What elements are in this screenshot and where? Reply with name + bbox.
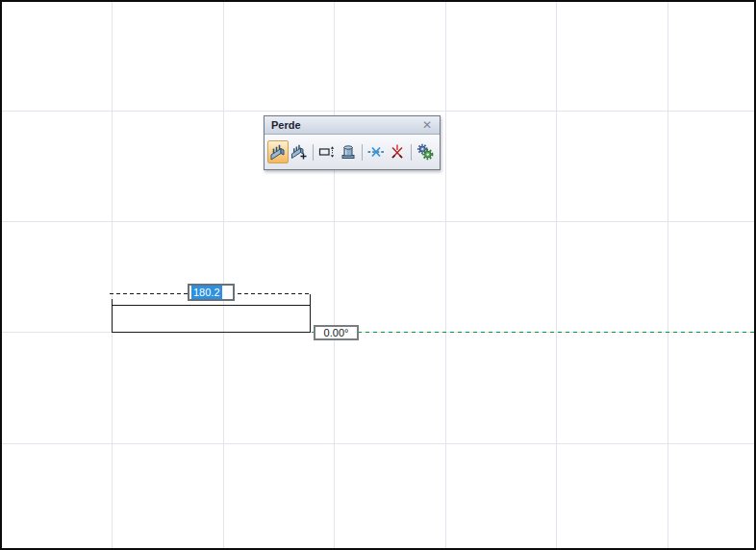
- toolbar-separator: [411, 144, 412, 161]
- perde-toolbar: Perde ✕: [264, 115, 441, 170]
- break-intersection-icon: [389, 143, 406, 161]
- toolbar-separator: [313, 144, 314, 161]
- drawing-canvas[interactable]: [0, 0, 756, 550]
- toolbar-body: [265, 135, 440, 169]
- curtain-wall-icon: [269, 143, 287, 161]
- gears-icon: [416, 143, 434, 161]
- post-icon: [340, 143, 357, 161]
- angle-value: 0.00°: [324, 328, 349, 338]
- length-input[interactable]: 180.2: [188, 284, 235, 301]
- drawing-window: 180.2 0.00° Perde ✕: [0, 0, 756, 550]
- post-tool-button[interactable]: [338, 140, 359, 163]
- toolbar-title: Perde: [271, 120, 420, 131]
- angle-input[interactable]: 0.00°: [314, 325, 359, 340]
- curtain-wall-tool-button[interactable]: [267, 140, 289, 163]
- grid-lines: [2, 2, 754, 548]
- wall-outline: [113, 306, 311, 333]
- curtain-wall-add-icon: [290, 143, 308, 161]
- profile-height-tool-button[interactable]: [316, 140, 338, 163]
- length-selected-text: 180.2: [191, 286, 222, 299]
- toolbar-separator: [362, 144, 363, 161]
- intersection-tool-button[interactable]: [365, 140, 387, 163]
- curtain-wall-add-tool-button[interactable]: [289, 140, 310, 163]
- settings-tool-button[interactable]: [415, 140, 436, 163]
- close-icon[interactable]: ✕: [420, 118, 434, 132]
- break-intersection-tool-button[interactable]: [387, 140, 408, 163]
- profile-height-icon: [318, 143, 336, 161]
- toolbar-titlebar[interactable]: Perde ✕: [265, 116, 440, 135]
- axis-intersection-icon: [367, 143, 385, 161]
